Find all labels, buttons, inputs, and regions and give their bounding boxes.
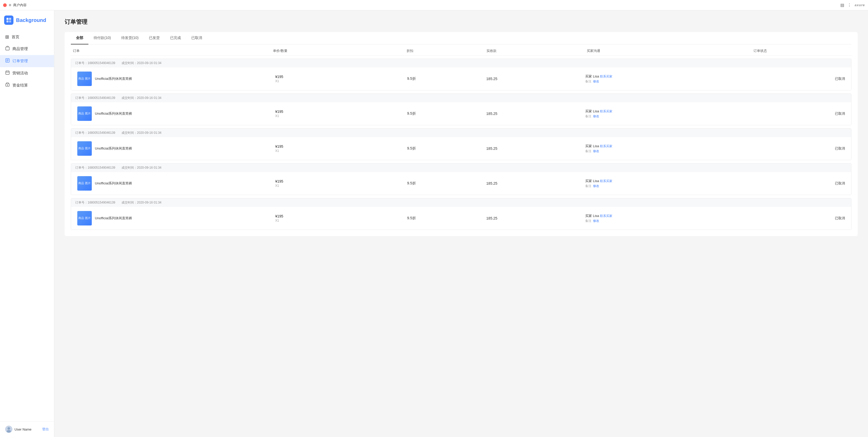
more-icon[interactable]: ⋮ <box>847 3 851 7</box>
finance-icon <box>5 82 10 88</box>
menu-icon[interactable]: ≡ <box>9 3 11 7</box>
svg-rect-1 <box>9 18 11 20</box>
product-image: 商品 图片 <box>77 71 92 86</box>
edit-note-link[interactable]: 修改 <box>593 219 599 223</box>
note-label: 备注 <box>585 219 591 223</box>
table-row: 商品 图片 Unofficial系列休闲直简裤 ¥195 X1 9.5折 185… <box>71 67 851 90</box>
svg-rect-3 <box>9 21 11 23</box>
svg-point-16 <box>7 427 10 430</box>
buyer-actions: 备注 修改 <box>585 79 746 84</box>
user-info: User Name <box>5 426 32 433</box>
quantity: X1 <box>275 219 403 223</box>
logout-button[interactable]: 登出 <box>42 427 49 432</box>
tabs: 全部 待付款(10) 待发货(10) 已发货 已完成 已取消 <box>71 32 851 44</box>
svg-rect-0 <box>6 18 8 20</box>
topbar-title: 商户内容 <box>13 3 27 7</box>
quantity: X1 <box>275 114 403 118</box>
buyer-actions: 备注 修改 <box>585 114 746 119</box>
col-price-qty: 单价/数量 <box>271 48 404 53</box>
contact-buyer-link[interactable]: 联系买家 <box>600 144 612 148</box>
order-group-header: 订单号：1680051549046139 成交时间：2020-09-16 01:… <box>71 59 851 67</box>
buyer-actions: 备注 修改 <box>585 219 746 223</box>
order-status: 已取消 <box>748 181 847 186</box>
sidebar-item-finance[interactable]: 资金结算 <box>0 79 54 92</box>
tab-shipped[interactable]: 已发货 <box>144 32 165 44</box>
note-label: 备注 <box>585 184 591 188</box>
buyer-name: 买家 Lisa 联系买家 <box>585 213 746 218</box>
order-group: 订单号：1680051549046139 成交时间：2020-09-16 01:… <box>71 163 851 195</box>
price-qty-cell: ¥195 X1 <box>273 144 405 153</box>
price: ¥195 <box>275 109 403 114</box>
tab-cancelled[interactable]: 已取消 <box>186 32 207 44</box>
sidebar-item-orders[interactable]: 订单管理 <box>0 55 54 67</box>
tab-completed[interactable]: 已完成 <box>165 32 186 44</box>
amount: 185.25 <box>484 181 583 186</box>
quantity: X1 <box>275 184 403 188</box>
product-cell: 商品 图片 Unofficial系列休闲直简裤 <box>75 176 273 191</box>
close-button[interactable] <box>3 3 7 7</box>
buyer-name: 买家 Lisa 联系买家 <box>585 109 746 114</box>
contact-buyer-link[interactable]: 联系买家 <box>600 109 612 113</box>
amount: 185.25 <box>484 111 583 116</box>
order-time: 成交时间：2020-09-16 01:34 <box>122 200 161 205</box>
table-row: 商品 图片 Unofficial系列休闲直简裤 ¥195 X1 9.5折 185… <box>71 172 851 195</box>
buyer-actions: 备注 修改 <box>585 149 746 154</box>
edit-note-link[interactable]: 修改 <box>593 149 599 154</box>
price: ¥195 <box>275 214 403 218</box>
contact-buyer-link[interactable]: 联系买家 <box>600 75 612 78</box>
edit-note-link[interactable]: 修改 <box>593 79 599 84</box>
order-status: 已取消 <box>748 76 847 81</box>
edit-note-link[interactable]: 修改 <box>593 184 599 188</box>
amount: 185.25 <box>484 216 583 220</box>
orders-icon <box>5 58 10 64</box>
order-number: 订单号：1680051549046139 <box>75 131 115 135</box>
topbar: ≡ 商户内容 ▤ ⋮ axure <box>0 0 868 10</box>
contact-buyer-link[interactable]: 联系买家 <box>600 179 612 183</box>
table-row: 商品 图片 Unofficial系列休闲直简裤 ¥195 X1 9.5折 185… <box>71 207 851 230</box>
tab-all[interactable]: 全部 <box>71 32 88 44</box>
buyer-cell: 买家 Lisa 联系买家 备注 修改 <box>583 74 748 84</box>
amount: 185.25 <box>484 77 583 81</box>
sidebar-item-home[interactable]: ⊞ 首页 <box>0 31 54 43</box>
products-icon <box>5 46 10 52</box>
product-cell: 商品 图片 Unofficial系列休闲直简裤 <box>75 106 273 121</box>
sidebar-logo: Background <box>0 10 54 29</box>
note-label: 备注 <box>585 114 591 119</box>
contact-buyer-link[interactable]: 联系买家 <box>600 214 612 218</box>
buyer-actions: 备注 修改 <box>585 184 746 188</box>
col-amount: 实收款 <box>485 48 584 53</box>
order-group-header: 订单号：1680051549046139 成交时间：2020-09-16 01:… <box>71 129 851 137</box>
sidebar-item-products-label: 商品管理 <box>12 46 28 52</box>
product-cell: 商品 图片 Unofficial系列休闲直简裤 <box>75 211 273 226</box>
document-icon[interactable]: ▤ <box>840 3 844 7</box>
svg-rect-9 <box>6 71 9 74</box>
svg-rect-14 <box>7 85 8 86</box>
product-name: Unofficial系列休闲直简裤 <box>95 76 132 81</box>
buyer-name: 买家 Lisa 联系买家 <box>585 144 746 148</box>
order-time: 成交时间：2020-09-16 01:34 <box>122 166 161 170</box>
username: User Name <box>14 428 32 431</box>
sidebar-item-orders-label: 订单管理 <box>12 59 28 64</box>
tab-pending-pay[interactable]: 待付款(10) <box>88 32 116 44</box>
sidebar-item-marketing[interactable]: 营销活动 <box>0 67 54 79</box>
page-title: 订单管理 <box>65 18 858 26</box>
sidebar-item-products[interactable]: 商品管理 <box>0 43 54 55</box>
edit-note-link[interactable]: 修改 <box>593 114 599 119</box>
quantity: X1 <box>275 79 403 83</box>
amount: 185.25 <box>484 146 583 150</box>
product-name: Unofficial系列休闲直简裤 <box>95 216 132 221</box>
main-content: 订单管理 全部 待付款(10) 待发货(10) 已发货 已完成 已取消 订单 单… <box>54 10 868 437</box>
order-time: 成交时间：2020-09-16 01:34 <box>122 61 161 65</box>
note-label: 备注 <box>585 149 591 154</box>
order-status: 已取消 <box>748 111 847 116</box>
sidebar-footer: User Name 登出 <box>0 421 54 437</box>
order-number: 订单号：1680051549046139 <box>75 96 115 100</box>
buyer-cell: 买家 Lisa 联系买家 备注 修改 <box>583 109 748 119</box>
orders-list: 订单号：1680051549046139 成交时间：2020-09-16 01:… <box>71 59 851 230</box>
discount: 9.5折 <box>405 76 484 81</box>
topbar-left: ≡ 商户内容 <box>3 3 27 7</box>
tab-pending-ship[interactable]: 待发货(10) <box>116 32 144 44</box>
buyer-cell: 买家 Lisa 联系买家 备注 修改 <box>583 213 748 223</box>
order-number: 订单号：1680051549046139 <box>75 200 115 205</box>
table-row: 商品 图片 Unofficial系列休闲直简裤 ¥195 X1 9.5折 185… <box>71 102 851 125</box>
